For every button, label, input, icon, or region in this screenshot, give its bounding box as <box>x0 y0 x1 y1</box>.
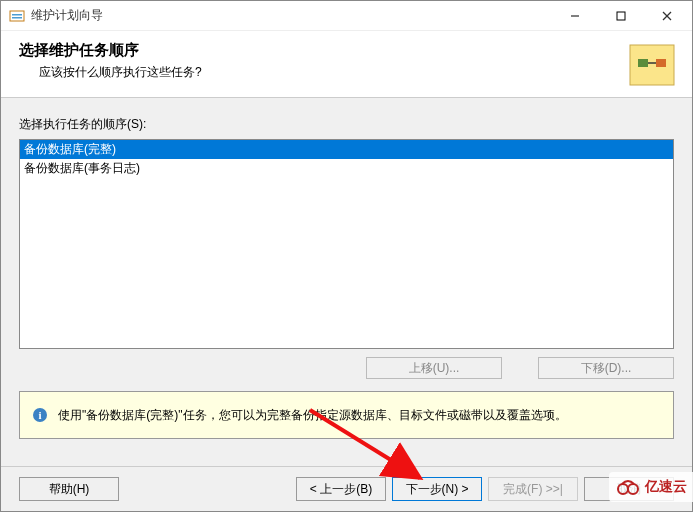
titlebar: 维护计划向导 <box>1 1 692 31</box>
maximize-button[interactable] <box>598 1 644 31</box>
window-controls <box>552 1 690 31</box>
content-area: 选择执行任务的顺序(S): 备份数据库(完整) 备份数据库(事务日志) 上移(U… <box>1 98 692 466</box>
minimize-button[interactable] <box>552 1 598 31</box>
svg-text:i: i <box>38 409 41 421</box>
page-subtitle: 应该按什么顺序执行这些任务? <box>19 64 618 81</box>
svg-rect-9 <box>656 59 666 67</box>
move-down-button[interactable]: 下移(D)... <box>538 357 674 379</box>
wizard-header: 选择维护任务顺序 应该按什么顺序执行这些任务? <box>1 31 692 98</box>
help-button[interactable]: 帮助(H) <box>19 477 119 501</box>
wizard-footer: 帮助(H) < 上一步(B) 下一步(N) > 完成(F) >>| 取消 <box>1 466 692 511</box>
page-title: 选择维护任务顺序 <box>19 41 618 60</box>
move-up-button[interactable]: 上移(U)... <box>366 357 502 379</box>
finish-button: 完成(F) >>| <box>488 477 578 501</box>
svg-rect-7 <box>630 45 674 85</box>
next-button[interactable]: 下一步(N) > <box>392 477 482 501</box>
svg-rect-8 <box>638 59 648 67</box>
svg-rect-2 <box>12 17 22 19</box>
move-buttons-row: 上移(U)... 下移(D)... <box>19 349 674 391</box>
list-item[interactable]: 备份数据库(事务日志) <box>20 159 673 178</box>
wizard-window: 维护计划向导 选择维护任务顺序 应该按什么顺序执行这些任务? 选择执行任务的顺序… <box>0 0 693 512</box>
back-button[interactable]: < 上一步(B) <box>296 477 386 501</box>
task-order-listbox[interactable]: 备份数据库(完整) 备份数据库(事务日志) <box>19 139 674 349</box>
window-title: 维护计划向导 <box>31 7 552 24</box>
footer-left: 帮助(H) <box>19 477 119 501</box>
info-icon: i <box>32 407 48 423</box>
cancel-button[interactable]: 取消 <box>584 477 674 501</box>
svg-rect-4 <box>617 12 625 20</box>
info-text: 使用"备份数据库(完整)"任务，您可以为完整备份指定源数据库、目标文件或磁带以及… <box>58 407 567 424</box>
list-label: 选择执行任务的顺序(S): <box>19 116 674 133</box>
close-button[interactable] <box>644 1 690 31</box>
info-panel: i 使用"备份数据库(完整)"任务，您可以为完整备份指定源数据库、目标文件或磁带… <box>19 391 674 439</box>
list-item[interactable]: 备份数据库(完整) <box>20 140 673 159</box>
header-text: 选择维护任务顺序 应该按什么顺序执行这些任务? <box>19 41 618 89</box>
svg-rect-0 <box>10 11 24 21</box>
header-decoration-icon <box>618 41 678 89</box>
app-icon <box>9 8 25 24</box>
svg-rect-1 <box>12 14 22 16</box>
